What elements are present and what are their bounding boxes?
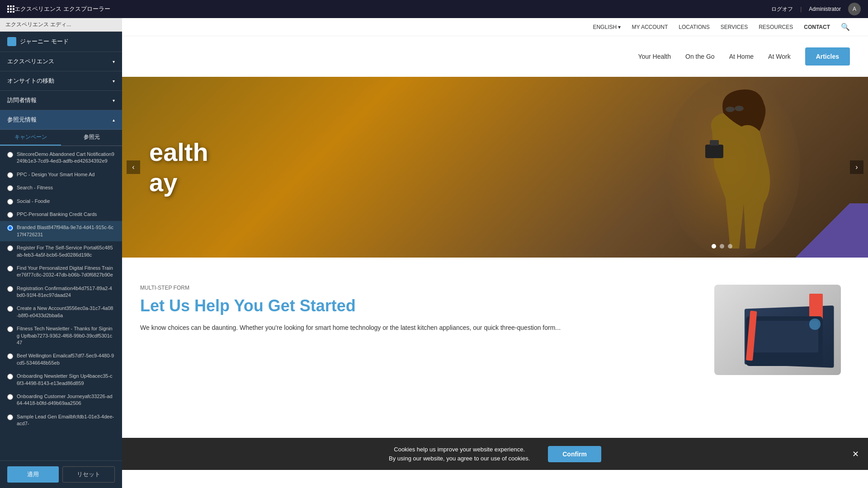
sidebar-section-referral[interactable]: 参照元情報 ▴ (0, 110, 122, 130)
nav-on-the-go[interactable]: On the Go (685, 53, 715, 60)
website-nav: ENGLISH ▾ MY ACCOUNT LOCATIONS SERVICES … (122, 18, 868, 77)
campaign-item[interactable]: Fitness Tech Newsletter - Thanks for Sig… (0, 322, 122, 349)
top-bar-right: ログオフ | Administrator A (771, 3, 861, 15)
campaign-item[interactable]: Sample Lead Gen Emailbfcfdb1-01e3-4dee-a… (0, 410, 122, 431)
campaign-item[interactable]: PPC - Design Your Smart Home Ad (0, 168, 122, 181)
hero-text: ealth ay (149, 137, 208, 197)
sidebar-tabs: キャンペーン 参照元 (0, 130, 122, 146)
chevron-down-icon: ▾ (113, 98, 115, 103)
campaign-item[interactable]: SitecoreDemo Abandoned Cart Notification… (0, 148, 122, 168)
section-label: エクスペリエンス (7, 57, 54, 66)
cookie-close-button[interactable]: ✕ (852, 449, 859, 459)
campaign-radio[interactable] (7, 306, 13, 312)
hero-background: ealth ay (122, 77, 868, 258)
campaign-item[interactable]: Social - Foodie (0, 195, 122, 208)
campaign-radio[interactable] (7, 326, 13, 332)
campaign-label: Beef Wellington Emailcaf57df7-5ec9-4480-… (17, 352, 115, 366)
nav-services[interactable]: SERVICES (721, 24, 748, 30)
campaign-radio[interactable] (7, 225, 13, 231)
logout-link[interactable]: ログオフ (771, 5, 793, 13)
hero-dots (712, 244, 732, 249)
campaign-item[interactable]: Branded Blast847f948a-9e7d-4d41-915c-6c1… (0, 221, 122, 241)
campaign-radio[interactable] (7, 212, 13, 218)
reset-button[interactable]: リセット (62, 466, 115, 483)
campaign-item[interactable]: Onboarding Newsletter Sign Up4bacec35-c6… (0, 370, 122, 390)
journey-mode[interactable]: ジャーニー モード (0, 32, 122, 52)
campaign-item[interactable]: Register For The Self-Service Portal65c4… (0, 241, 122, 262)
hero: ealth ay ‹ › (122, 77, 868, 258)
svg-rect-8 (809, 319, 821, 330)
campaign-radio[interactable] (7, 286, 13, 292)
campaign-radio[interactable] (7, 374, 13, 380)
nav-locations[interactable]: LOCATIONS (679, 24, 709, 30)
chevron-down-icon: ▾ (113, 79, 115, 84)
sidebar-section-visitor[interactable]: 訪問者情報 ▾ (0, 91, 122, 110)
campaign-radio[interactable] (7, 199, 13, 205)
section-label: オンサイトの移動 (7, 77, 54, 85)
campaign-item[interactable]: Search - Fitness (0, 181, 122, 194)
campaign-radio[interactable] (7, 266, 13, 272)
campaign-label: Onboarding Newsletter Sign Up4bacec35-c6… (17, 373, 115, 387)
campaign-label: SitecoreDemo Abandoned Cart Notification… (17, 151, 115, 165)
nav-english[interactable]: ENGLISH ▾ (593, 24, 621, 30)
chevron-down-icon: ▾ (113, 59, 115, 64)
hero-dot-3[interactable] (728, 244, 732, 249)
nav-at-home[interactable]: At Home (729, 53, 754, 60)
campaign-radio[interactable] (7, 152, 13, 158)
campaign-radio[interactable] (7, 245, 13, 251)
hero-person-image (597, 77, 800, 258)
campaign-radio[interactable] (7, 353, 13, 359)
top-bar: エクスペリエンス エクスプローラー ログオフ | Administrator A (0, 0, 868, 18)
nav-contact[interactable]: CONTACT (804, 24, 830, 30)
apply-button[interactable]: 適用 (7, 466, 59, 483)
hero-dot-1[interactable] (712, 244, 716, 249)
svg-point-4 (735, 106, 744, 111)
content-title: Let Us Help You Get Started (140, 296, 696, 315)
campaign-label: Find Your Personalized Digital Fitness T… (17, 265, 115, 279)
campaign-label: PPC - Design Your Smart Home Ad (17, 171, 94, 178)
campaign-label: Search - Fitness (17, 184, 53, 191)
search-icon[interactable]: 🔍 (841, 23, 850, 31)
campaign-radio[interactable] (7, 414, 13, 420)
journey-icon (7, 37, 16, 46)
content-right (714, 285, 850, 375)
nav-at-work[interactable]: At Work (768, 53, 791, 60)
campaign-item[interactable]: Onboarding Customer Journeyafc33226-ad64… (0, 390, 122, 410)
tab-referral[interactable]: 参照元 (61, 130, 122, 145)
campaign-list[interactable]: SitecoreDemo Abandoned Cart Notification… (0, 146, 122, 460)
tab-campaign[interactable]: キャンペーン (0, 130, 61, 145)
campaign-label: Sample Lead Gen Emailbfcfdb1-01e3-4dee-a… (17, 413, 115, 427)
journey-mode-label: ジャーニー モード (20, 38, 69, 46)
nav-your-health[interactable]: Your Health (638, 53, 671, 60)
sidebar-section-onsite[interactable]: オンサイトの移動 ▾ (0, 71, 122, 91)
cookie-text-line1: Cookies help us improve your website exp… (389, 445, 530, 454)
content-section: Multi-Step Form Let Us Help You Get Star… (122, 258, 868, 402)
sidebar-section-experience[interactable]: エクスペリエンス ▾ (0, 52, 122, 71)
hero-next-button[interactable]: › (850, 160, 863, 174)
chevron-up-icon: ▴ (113, 117, 115, 122)
editor-bar[interactable]: エクスペリエンス エディ... (0, 18, 122, 32)
campaign-radio[interactable] (7, 394, 13, 400)
svg-point-3 (726, 107, 735, 112)
nav-articles-button[interactable]: Articles (805, 47, 850, 66)
svg-rect-1 (705, 145, 723, 158)
product-image (714, 285, 841, 375)
campaign-label: Create a New Account3556ec0a-31c7-4a08-b… (17, 305, 115, 319)
nav-top: ENGLISH ▾ MY ACCOUNT LOCATIONS SERVICES … (122, 18, 868, 36)
hero-dot-2[interactable] (720, 244, 724, 249)
nav-resources[interactable]: RESOURCES (759, 24, 793, 30)
campaign-radio[interactable] (7, 185, 13, 191)
product-device-svg (737, 307, 836, 371)
campaign-item[interactable]: Find Your Personalized Digital Fitness T… (0, 262, 122, 282)
campaign-item[interactable]: Beef Wellington Emailcaf57df7-5ec9-4480-… (0, 349, 122, 370)
campaign-item[interactable]: PPC-Personal Banking Credit Cards (0, 208, 122, 221)
campaign-item[interactable]: Registration Confirmation4b4d7517-89a2-4… (0, 282, 122, 302)
svg-rect-2 (710, 140, 719, 145)
hero-purple-corner (778, 203, 868, 258)
campaign-item[interactable]: Create a New Account3556ec0a-31c7-4a08-b… (0, 302, 122, 322)
content-label: Multi-Step Form (140, 285, 696, 291)
cookie-confirm-button[interactable]: Confirm (548, 446, 601, 462)
campaign-radio[interactable] (7, 172, 13, 178)
nav-my-account[interactable]: MY ACCOUNT (632, 24, 668, 30)
hero-prev-button[interactable]: ‹ (127, 160, 140, 174)
